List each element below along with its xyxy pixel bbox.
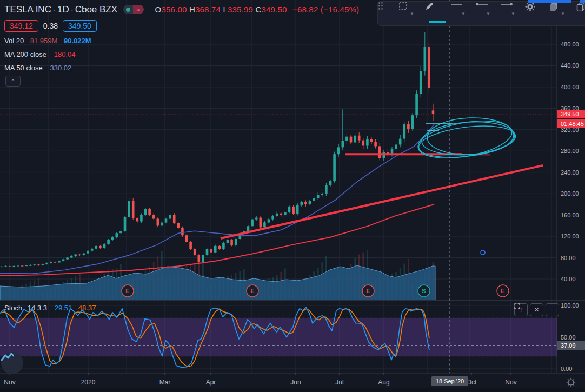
high-value: 368.74 xyxy=(195,5,221,14)
price-tick-label: 200.00 xyxy=(561,190,579,197)
layers-icon xyxy=(549,2,559,11)
svg-text:S: S xyxy=(422,288,426,294)
market-status-pill[interactable]: ≈ xyxy=(123,5,144,14)
copy-icon xyxy=(576,2,585,11)
svg-text:E: E xyxy=(366,288,370,294)
ray-tool-button[interactable]: ▼ xyxy=(475,2,500,25)
price-tick-label: 120.00 xyxy=(561,233,579,240)
bid-ask-row: 349.12 0.38 349.50 xyxy=(4,20,97,32)
last-price-label: 349.50 xyxy=(557,110,585,118)
price-tick-label: 80.00 xyxy=(561,255,576,261)
ray-line-icon xyxy=(475,2,488,7)
pencil-tool-button[interactable] xyxy=(424,2,450,25)
sell-button[interactable]: 349.12 xyxy=(4,20,38,32)
caret-down-icon: ▼ xyxy=(461,11,466,16)
price-tick-label: 280.00 xyxy=(561,148,579,154)
price-tick-label: 160.00 xyxy=(561,212,579,218)
drawing-toolbar: ▼ ▼ ▼ ▼ ▼ xyxy=(377,1,585,26)
market-open-dot-icon xyxy=(126,8,130,12)
top-accent-strip xyxy=(528,0,571,3)
stoch-k-value: 29.51 xyxy=(55,304,72,312)
time-tick-label: Nov xyxy=(505,378,516,386)
time-tick-label: Jun xyxy=(290,378,301,386)
legend-collapse-button[interactable]: ⌃ xyxy=(5,76,21,87)
top-accent-strip-2 xyxy=(580,0,585,3)
svg-text:E: E xyxy=(501,288,504,294)
close-value: 349.50 xyxy=(261,5,287,14)
exchange[interactable]: Cboe BZX xyxy=(75,4,117,15)
trend-line-icon xyxy=(450,2,462,7)
close-icon: ✕ xyxy=(534,306,539,314)
chart-canvas[interactable]: EEESE xyxy=(0,0,585,392)
timeframe[interactable]: 1D xyxy=(57,4,69,15)
toolbar-drag-handle[interactable] xyxy=(378,2,398,25)
stoch-tick-label: 50.00 xyxy=(561,334,576,341)
price-tick-label: 240.00 xyxy=(561,169,579,176)
spread-value: 0.38 xyxy=(43,22,58,30)
caret-down-icon: ▼ xyxy=(410,11,414,16)
logo-mountains-icon xyxy=(1,352,14,362)
active-color-swatch xyxy=(429,21,446,23)
legend-ma200[interactable]: MA 200 close 180.04 xyxy=(4,50,75,58)
time-tick-label: 2020 xyxy=(81,378,96,386)
caret-down-icon: ▼ xyxy=(486,11,490,16)
ma50-value: 330.02 xyxy=(50,64,71,72)
low-value: 335.99 xyxy=(228,5,253,14)
time-tick-label: Jul xyxy=(335,378,343,386)
time-tick-label: Aug xyxy=(378,378,389,386)
change-value: −68.82 (−16.45%) xyxy=(292,5,359,14)
caret-down-icon: ▼ xyxy=(511,11,515,16)
svg-text:E: E xyxy=(125,288,129,294)
symbol-header[interactable]: TESLA INC·1D·Cboe BZX ≈ O356.00 H368.74 … xyxy=(4,4,359,15)
stoch-crosshair-label: 37.09 xyxy=(557,341,585,350)
trend-line-tool-button[interactable]: ▼ xyxy=(450,2,475,25)
price-tick-label: 440.00 xyxy=(561,62,579,69)
extended-line-tool-button[interactable]: ▼ xyxy=(500,2,525,25)
pane-controls: ↑ ✕ xyxy=(514,303,559,316)
caret-down-icon: ▼ xyxy=(561,11,565,16)
symbol-name[interactable]: TESLA INC xyxy=(4,4,51,15)
legend-volume[interactable]: Vol 20 81.959M 90.022M xyxy=(4,37,91,45)
price-tick-label: 480.00 xyxy=(561,41,579,48)
buy-button[interactable]: 349.50 xyxy=(63,20,97,32)
drag-dots-icon xyxy=(378,2,383,10)
volume-value: 90.022M xyxy=(64,37,91,45)
clone-drawing-button[interactable]: ▼ xyxy=(576,2,585,25)
selection-tool-button[interactable]: ▼ xyxy=(398,2,424,25)
stoch-legend[interactable]: Stoch 14 3 3 29.51 48.37 xyxy=(4,304,96,312)
volume-ma-value: 81.959M xyxy=(30,37,58,45)
chart-window: EEESE TESLA INC·1D·Cboe BZX ≈ O356.00 H3… xyxy=(0,0,585,392)
delayed-data-icon: ≈ xyxy=(133,5,144,14)
time-tick-label: Apr xyxy=(206,378,216,386)
time-tick-label: Nov xyxy=(4,378,15,386)
settings-button[interactable] xyxy=(525,2,549,25)
stoch-tick-label: 100.00 xyxy=(561,302,579,309)
bar-countdown-label: 01:48:45 xyxy=(557,119,585,128)
time-crosshair-label: 18 Sep '20 xyxy=(431,376,468,386)
pencil-icon xyxy=(424,2,434,11)
time-tick-label: Mar xyxy=(159,378,171,386)
extended-line-icon xyxy=(500,2,513,7)
ma200-value: 180.04 xyxy=(54,50,76,58)
gear-icon xyxy=(525,2,535,12)
maximize-pane-button[interactable] xyxy=(546,303,559,316)
ohlc-readout: O356.00 H368.74 L335.99 C349.50 −68.82 (… xyxy=(155,5,360,14)
svg-text:E: E xyxy=(250,288,254,294)
tradingview-logo[interactable] xyxy=(1,352,23,374)
stoch-params: 14 3 3 xyxy=(28,304,47,312)
open-value: 356.00 xyxy=(161,5,187,14)
stoch-d-value: 48.37 xyxy=(78,304,96,312)
chevron-up-icon: ⌃ xyxy=(11,78,15,84)
legend-ma50[interactable]: MA 50 close 330.02 xyxy=(4,64,71,72)
selection-rect-icon xyxy=(398,2,408,11)
price-tick-label: 40.00 xyxy=(561,276,576,282)
stoch-tick-label: 0.00 xyxy=(561,366,572,372)
object-tree-button[interactable]: ▼ xyxy=(549,2,576,25)
close-pane-button[interactable]: ✕ xyxy=(530,303,543,316)
price-tick-label: 400.00 xyxy=(561,84,579,90)
